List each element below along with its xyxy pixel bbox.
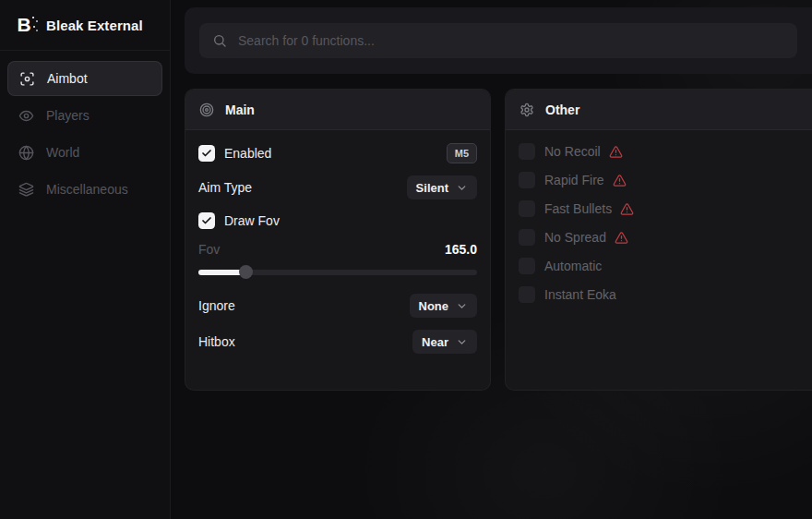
aim-type-select[interactable]: Silent <box>407 175 477 199</box>
main-panel-header: Main <box>185 90 490 130</box>
draw-fov-checkbox[interactable] <box>198 212 215 229</box>
warning-triangle-icon <box>615 231 628 245</box>
gear-icon <box>519 103 534 117</box>
ignore-label: Ignore <box>198 298 235 313</box>
fov-label: Fov <box>198 242 220 257</box>
instant-eoka-checkbox[interactable] <box>519 286 535 303</box>
search-input[interactable] <box>238 33 784 48</box>
fov-slider[interactable] <box>198 265 477 279</box>
main-panel-body: Enabled M5 Aim Type Silent Draw Fov Fov … <box>185 130 490 367</box>
other-item-instant-eoka: Instant Eoka <box>519 286 812 303</box>
other-item-fast-bullets: Fast Bullets <box>519 200 812 217</box>
sidebar-item-label: Miscellaneous <box>46 182 128 197</box>
aim-type-row: Aim Type Silent <box>198 175 477 199</box>
globe-icon <box>18 145 34 161</box>
enabled-label: Enabled <box>224 146 271 161</box>
chevron-down-icon <box>456 300 468 312</box>
aim-type-label: Aim Type <box>198 180 252 195</box>
sidebar-item-miscellaneous[interactable]: Miscellaneous <box>7 172 162 207</box>
fov-slider-thumb[interactable] <box>239 265 253 279</box>
fov-value: 165.0 <box>445 242 477 257</box>
app-logo-icon: B <box>13 14 35 36</box>
other-panel: Other No Recoil Rapid Fire Fast Bullets <box>505 89 812 391</box>
instant-eoka-label: Instant Eoka <box>544 287 616 302</box>
main-panel: Main Enabled M5 Aim Type Silent Draw Fov <box>185 89 491 391</box>
other-item-automatic: Automatic <box>519 258 812 274</box>
automatic-checkbox[interactable] <box>519 258 535 274</box>
no-recoil-label: No Recoil <box>544 144 601 159</box>
rapid-fire-label: Rapid Fire <box>544 173 604 187</box>
fast-bullets-label: Fast Bullets <box>544 201 612 216</box>
main-panel-title: Main <box>225 103 255 117</box>
warning-triangle-icon <box>613 174 627 187</box>
layers-icon <box>18 182 34 198</box>
chevron-down-icon <box>456 182 468 194</box>
fov-row: Fov 165.0 <box>198 242 477 257</box>
enabled-row: Enabled M5 <box>198 143 477 163</box>
top-bar <box>185 7 812 74</box>
rapid-fire-checkbox[interactable] <box>519 172 535 188</box>
warning-triangle-icon <box>609 145 623 159</box>
sidebar-item-label: Players <box>46 108 90 123</box>
chevron-down-icon <box>456 336 468 348</box>
hitbox-label: Hitbox <box>198 334 235 349</box>
no-spread-label: No Spread <box>544 230 606 245</box>
other-panel-title: Other <box>545 103 579 117</box>
ignore-value: None <box>419 299 449 313</box>
hitbox-row: Hitbox Near <box>198 330 477 354</box>
check-icon <box>201 215 212 226</box>
keybind-badge[interactable]: M5 <box>447 143 477 163</box>
other-item-rapid-fire: Rapid Fire <box>519 172 812 188</box>
hitbox-value: Near <box>422 335 448 349</box>
sidebar-nav: Aimbot Players World <box>0 51 170 219</box>
ignore-row: Ignore None <box>198 294 477 318</box>
target-icon <box>199 103 214 117</box>
sidebar-item-world[interactable]: World <box>7 135 162 170</box>
sidebar-item-aimbot[interactable]: Aimbot <box>7 61 162 96</box>
no-spread-checkbox[interactable] <box>519 229 535 246</box>
other-item-no-recoil: No Recoil <box>519 143 812 160</box>
sidebar: B Bleak External Aimbot Players <box>0 0 171 519</box>
enabled-checkbox[interactable] <box>198 145 215 162</box>
hitbox-select[interactable]: Near <box>412 330 477 354</box>
search-icon <box>212 33 227 48</box>
draw-fov-row: Draw Fov <box>198 211 477 231</box>
sidebar-item-players[interactable]: Players <box>7 98 162 133</box>
warning-triangle-icon <box>620 202 634 216</box>
no-recoil-checkbox[interactable] <box>519 143 535 160</box>
check-icon <box>201 148 212 159</box>
eye-icon <box>18 108 34 124</box>
sidebar-item-label: World <box>46 145 79 160</box>
fast-bullets-checkbox[interactable] <box>519 200 535 217</box>
automatic-label: Automatic <box>544 259 602 273</box>
app-title: Bleak External <box>46 18 143 33</box>
other-panel-body: No Recoil Rapid Fire Fast Bullets <box>506 130 812 328</box>
search-box[interactable] <box>199 23 797 58</box>
crosshair-focus-icon <box>19 71 35 87</box>
aim-type-value: Silent <box>416 181 448 195</box>
brand: B Bleak External <box>0 0 170 51</box>
sidebar-item-label: Aimbot <box>47 71 88 86</box>
other-item-no-spread: No Spread <box>519 229 812 246</box>
ignore-select[interactable]: None <box>410 294 478 318</box>
draw-fov-label: Draw Fov <box>224 213 280 228</box>
other-panel-header: Other <box>506 90 812 130</box>
